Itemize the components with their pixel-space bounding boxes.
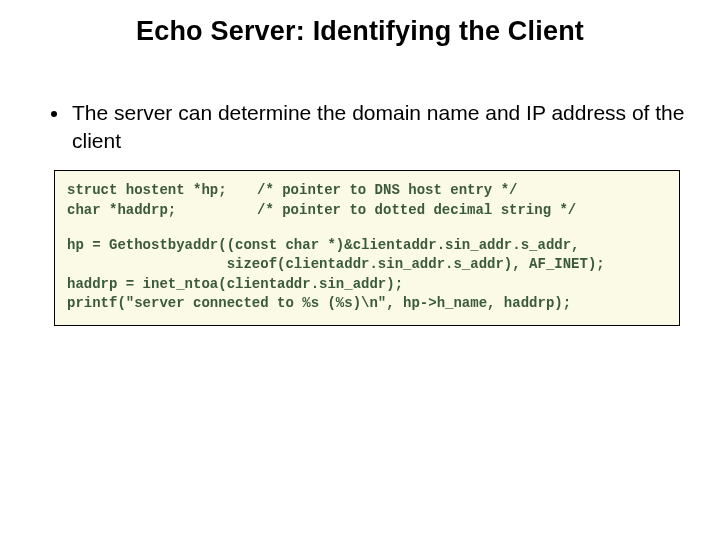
code-body: hp = Gethostbyaddr((const char *)&client… <box>67 236 667 313</box>
code-gap <box>67 220 667 236</box>
code-decl-row: struct hostent *hp; /* pointer to DNS ho… <box>67 181 667 200</box>
code-decl-var: struct hostent *hp; <box>67 181 257 200</box>
bullet-item: The server can determine the domain name… <box>70 99 686 154</box>
code-decl-comment: /* pointer to dotted decimal string */ <box>257 201 576 220</box>
slide-title: Echo Server: Identifying the Client <box>34 16 686 47</box>
code-decl-row: char *haddrp; /* pointer to dotted decim… <box>67 201 667 220</box>
code-block: struct hostent *hp; /* pointer to DNS ho… <box>54 170 680 326</box>
slide: Echo Server: Identifying the Client The … <box>0 0 720 326</box>
bullet-list: The server can determine the domain name… <box>54 99 686 154</box>
code-decl-comment: /* pointer to DNS host entry */ <box>257 181 517 200</box>
code-decl-var: char *haddrp; <box>67 201 257 220</box>
